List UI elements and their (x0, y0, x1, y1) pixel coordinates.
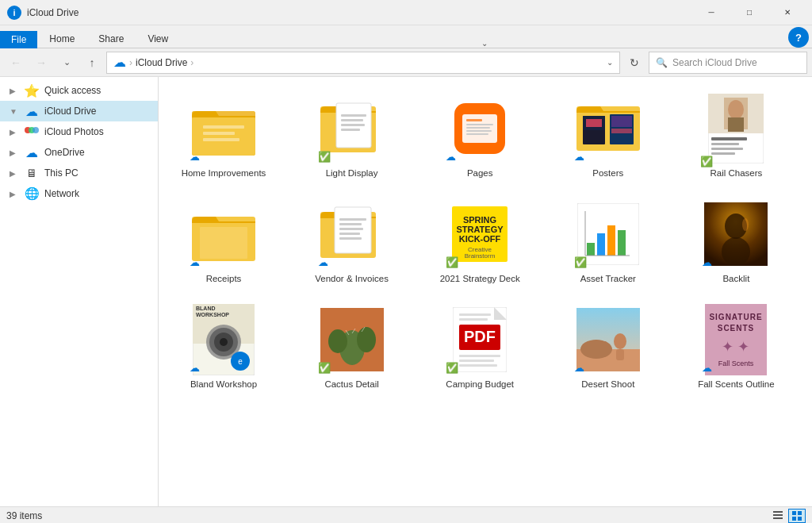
svg-rect-19 (466, 119, 482, 121)
svg-text:Fall Scents: Fall Scents (718, 360, 754, 367)
sidebar-item-icloud-drive[interactable]: ▼ ☁ iCloud Drive (0, 101, 158, 121)
recent-locations-button[interactable]: ⌄ (56, 52, 78, 74)
back-button[interactable]: ← (5, 52, 27, 74)
sidebar-item-this-pc[interactable]: ▶ 🖥 This PC (0, 163, 158, 183)
file-label-fall-scents: Fall Scents Outline (698, 379, 775, 390)
sync-icon-strategy-deck: ✅ (446, 256, 458, 268)
file-item-pages[interactable]: ☁ Pages (424, 87, 535, 186)
file-item-vendor-invoices[interactable]: ☁ Vendor & Invoices (297, 192, 408, 291)
svg-rect-57 (587, 243, 595, 256)
forward-button[interactable]: → (30, 52, 52, 74)
file-item-posters[interactable]: ☁ Posters (553, 87, 664, 186)
svg-rect-60 (618, 230, 626, 256)
svg-rect-30 (611, 129, 632, 133)
svg-text:WORKSHOP: WORKSHOP (196, 312, 229, 317)
svg-rect-92 (459, 355, 500, 357)
svg-rect-106 (773, 511, 783, 513)
file-item-backlit[interactable]: ☁ Backlit (680, 192, 791, 291)
sidebar: ▶ ⭐ Quick access ▼ ☁ iCloud Drive ▶ iClo… (0, 77, 159, 506)
svg-rect-10 (203, 138, 239, 141)
sidebar-label-quick-access: Quick access (44, 85, 101, 96)
fall-scents-photo-icon: SIGNATURE SCENTS ✦ ✦ Fall Scents (705, 304, 767, 375)
sidebar-item-network[interactable]: ▶ 🌐 Network (0, 183, 158, 204)
file-item-cactus-detail[interactable]: ✅ Cactus Detail (297, 298, 408, 397)
svg-point-98 (614, 333, 626, 349)
large-icons-view-button[interactable] (788, 509, 806, 523)
svg-rect-22 (466, 130, 492, 132)
svg-rect-99 (616, 349, 624, 360)
sync-icon-asset-tracker: ✅ (574, 256, 587, 268)
expand-arrow-pc: ▶ (10, 169, 19, 178)
desert-shoot-photo-icon (576, 308, 640, 371)
tab-home[interactable]: Home (37, 29, 86, 48)
sync-icon-camping-budget: ✅ (446, 362, 458, 374)
file-label-vendor-invoices: Vendor & Invoices (315, 273, 389, 285)
file-item-light-display[interactable]: ✅ Light Display (297, 87, 408, 186)
address-bar[interactable]: ☁ › iCloud Drive › ⌄ (106, 52, 620, 74)
sync-icon-bland-workshop: ☁ (190, 362, 200, 374)
file-item-fall-scents[interactable]: SIGNATURE SCENTS ✦ ✦ Fall Scents ☁ Fall … (680, 298, 791, 397)
svg-rect-47 (339, 228, 363, 230)
file-thumb-posters: ☁ (573, 93, 644, 164)
svg-rect-7 (192, 117, 255, 156)
expand-arrow-icloud: ▼ (10, 107, 19, 116)
file-thumb-strategy-deck: SPRING STRATEGY KICK-OFF Creative Brains… (444, 198, 515, 270)
sidebar-label-icloud-drive: iCloud Drive (44, 106, 96, 117)
close-button[interactable]: ✕ (769, 0, 806, 25)
file-thumb-home-improvements: ☁ (188, 93, 259, 164)
file-content-area: ☁ Home Improvements (159, 77, 812, 506)
svg-text:SPRING: SPRING (463, 215, 496, 225)
file-item-strategy-deck[interactable]: SPRING STRATEGY KICK-OFF Creative Brains… (424, 192, 535, 291)
svg-rect-46 (339, 223, 362, 225)
refresh-button[interactable]: ↻ (623, 52, 645, 74)
view-controls (769, 509, 806, 523)
tab-share[interactable]: Share (86, 29, 136, 48)
details-view-button[interactable] (769, 509, 787, 523)
svg-rect-112 (798, 517, 802, 521)
svg-point-81 (328, 329, 347, 353)
sidebar-item-onedrive[interactable]: ▶ ☁ OneDrive (0, 142, 158, 163)
sidebar-item-icloud-photos[interactable]: ▶ iCloud Photos (0, 121, 158, 142)
breadcrumb-location: iCloud Drive (136, 57, 187, 68)
file-item-asset-tracker[interactable]: ✅ Asset Tracker (553, 192, 664, 291)
svg-rect-110 (798, 511, 802, 515)
address-dropdown-button[interactable]: ⌄ (607, 58, 613, 67)
up-button[interactable]: ↑ (81, 52, 103, 74)
file-thumb-rail-chasers: ✅ (700, 93, 772, 164)
file-item-receipts[interactable]: ☁ Receipts (168, 192, 279, 291)
tab-file[interactable]: File (0, 31, 37, 48)
app-icon: i (6, 5, 22, 21)
file-item-camping-budget[interactable]: PDF ✅ Camping Budget (424, 298, 535, 397)
sync-icon-light-display: ✅ (318, 151, 331, 163)
breadcrumb-separator-2: › (190, 57, 193, 68)
sidebar-label-this-pc: This PC (44, 167, 79, 179)
search-box[interactable]: 🔍 Search iCloud Drive (649, 52, 807, 74)
rail-chasers-doc-icon (708, 94, 764, 163)
help-button[interactable]: ? (788, 27, 809, 48)
maximize-button[interactable]: □ (731, 0, 768, 25)
file-thumb-receipts: ☁ (188, 198, 259, 270)
svg-rect-23 (466, 133, 488, 135)
sync-icon-desert-shoot: ☁ (574, 362, 584, 374)
file-item-desert-shoot[interactable]: ☁ Desert Shoot (553, 298, 664, 397)
tab-view[interactable]: View (136, 29, 180, 48)
svg-rect-45 (339, 218, 366, 221)
svg-rect-40 (711, 152, 735, 155)
sync-icon-home-improvements: ☁ (190, 151, 200, 163)
sidebar-label-network: Network (44, 188, 79, 199)
file-item-rail-chasers[interactable]: ✅ Rail Chasers (680, 87, 791, 186)
file-label-desert-shoot: Desert Shoot (581, 379, 634, 390)
sync-icon-receipts: ☁ (190, 256, 200, 268)
network-icon: 🌐 (24, 187, 40, 201)
file-label-cactus-detail: Cactus Detail (324, 379, 378, 390)
svg-rect-9 (203, 132, 235, 135)
file-item-bland-workshop[interactable]: BLAND WORKSHOP e ☁ Bland Workshop (168, 298, 279, 397)
file-label-pages: Pages (467, 167, 493, 179)
sidebar-item-quick-access[interactable]: ▶ ⭐ Quick access (0, 80, 158, 101)
minimize-button[interactable]: ─ (693, 0, 730, 25)
file-label-receipts: Receipts (206, 273, 242, 285)
svg-text:SCENTS: SCENTS (718, 324, 755, 333)
file-item-home-improvements[interactable]: ☁ Home Improvements (168, 87, 279, 186)
ribbon-expand-button[interactable]: ⌄ (477, 39, 492, 48)
svg-rect-48 (339, 233, 360, 235)
